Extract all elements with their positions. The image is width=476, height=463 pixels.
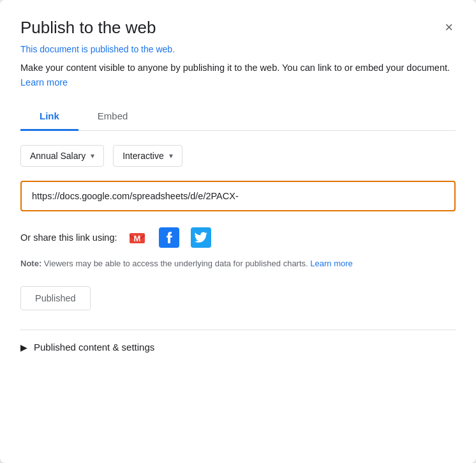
twitter-share-icon[interactable] (189, 225, 213, 250)
description-text: Make your content visible to anyone by p… (20, 63, 450, 73)
note-text: Viewers may be able to access the underl… (44, 259, 308, 268)
learn-more-link-top[interactable]: Learn more (20, 77, 68, 87)
close-button[interactable]: × (442, 18, 456, 37)
publish-dialog: Publish to the web × This document is pu… (0, 0, 476, 463)
share-row: Or share this link using: (20, 225, 456, 250)
tabs-container: Link Embed (20, 104, 456, 131)
annual-salary-label: Annual Salary (30, 151, 86, 161)
note-learn-more-link[interactable]: Learn more (310, 259, 352, 268)
note-row: Note: Viewers may be able to access the … (20, 259, 456, 268)
dialog-header: Publish to the web × (20, 18, 456, 38)
share-label: Or share this link using: (20, 232, 117, 243)
gmail-share-icon[interactable]: M (125, 225, 149, 250)
svg-text:M: M (133, 234, 140, 243)
tab-link[interactable]: Link (20, 104, 78, 131)
settings-row[interactable]: ▶ Published content & settings (20, 342, 456, 353)
dialog-title: Publish to the web (20, 18, 156, 38)
settings-label: Published content & settings (34, 342, 154, 353)
interactive-dropdown[interactable]: Interactive ▾ (113, 145, 182, 167)
annual-salary-dropdown[interactable]: Annual Salary ▾ (20, 145, 104, 167)
dropdowns-container: Annual Salary ▾ Interactive ▾ (20, 145, 456, 167)
tab-embed[interactable]: Embed (78, 104, 147, 131)
chevron-down-icon: ▾ (91, 151, 94, 160)
published-button[interactable]: Published (20, 286, 91, 310)
facebook-share-icon[interactable] (157, 225, 181, 250)
published-notice: This document is published to the web. (20, 44, 456, 54)
chevron-right-icon: ▶ (20, 342, 27, 353)
url-box[interactable]: https://docs.google.com/spreadsheets/d/e… (20, 181, 456, 211)
description: Make your content visible to anyone by p… (20, 61, 456, 90)
interactive-label: Interactive (123, 151, 164, 161)
divider (20, 330, 456, 330)
chevron-down-icon: ▾ (169, 151, 173, 160)
note-label: Note: (20, 259, 41, 268)
